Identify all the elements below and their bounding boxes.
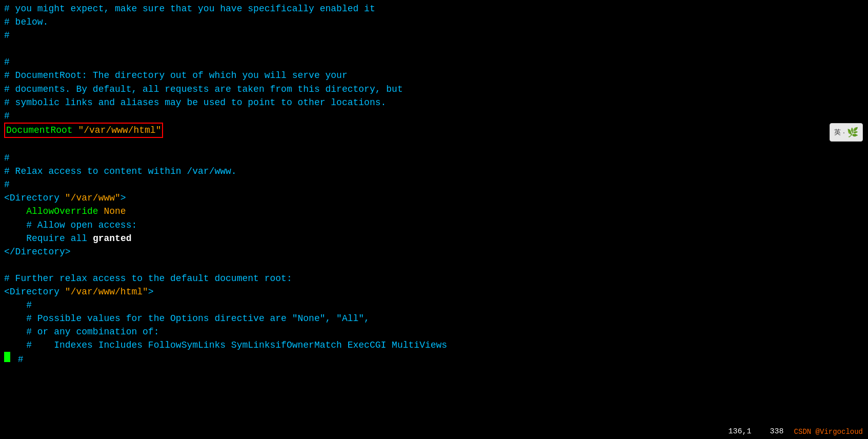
line-27: # [4, 352, 837, 366]
documentroot-value: "/var/www/html" [78, 125, 161, 135]
line-22: <Directory "/var/www/html"> [4, 285, 837, 298]
line-4 [4, 42, 837, 55]
editor-area: # you might expect, make sure that you h… [0, 0, 841, 369]
line-20 [4, 258, 837, 272]
line-25: # or any combination of: [4, 325, 837, 338]
lang-indicator: 英 [834, 128, 841, 137]
line-17: # Allow open access: [4, 218, 837, 232]
line-count-separator [752, 426, 770, 437]
line-24: # Possible values for the Options direct… [4, 312, 837, 325]
directory-tag-open: <Directory "/var/www"> [4, 193, 126, 203]
directory-html-tag-open: <Directory "/var/www/html"> [4, 287, 154, 297]
line-5: # [4, 55, 837, 69]
granted-value: granted [93, 233, 132, 244]
csdn-label: CSDN @Virgocloud [794, 427, 863, 437]
line-10: DocumentRoot "/var/www/html" [4, 123, 837, 138]
line-8: # symbolic links and aliases may be used… [4, 96, 837, 109]
line-9: # [4, 109, 837, 123]
line-16: AllowOverride None [4, 205, 837, 218]
line-21: # Further relax access to the default do… [4, 272, 837, 285]
require-keyword: Require [26, 233, 65, 244]
line-2: # below. [4, 15, 837, 29]
all-keyword: all [71, 233, 87, 244]
line-3: # [4, 29, 837, 42]
line-14: # [4, 178, 837, 191]
line-27-comment: # [12, 354, 24, 365]
cursor-position: 136,1 [729, 426, 752, 437]
status-bar: 136,1 338 CSDN @Virgocloud [0, 425, 868, 439]
allowoverride-keyword: AllowOverride [26, 206, 98, 216]
line-12: # [4, 151, 837, 165]
line-15: <Directory "/var/www"> [4, 191, 837, 205]
line-count: 338 [770, 426, 784, 437]
line-26: # Indexes Includes FollowSymLinks SymLin… [4, 338, 837, 352]
line-13: # Relax access to content within /var/ww… [4, 165, 837, 178]
line-11 [4, 138, 837, 151]
line-1: # you might expect, make sure that you h… [4, 2, 837, 15]
documentroot-keyword: DocumentRoot [6, 125, 73, 135]
leaf-icon: 🌿 [847, 126, 858, 139]
line-18: Require all granted [4, 232, 837, 245]
directory-tag-close: </Directory> [4, 247, 71, 257]
document-root-highlighted: DocumentRoot "/var/www/html" [4, 123, 163, 138]
widget-separator: · [843, 127, 845, 137]
floating-widget[interactable]: 英 · 🌿 [830, 123, 863, 142]
line-7: # documents. By default, all requests ar… [4, 83, 837, 96]
line-23: # [4, 298, 837, 312]
cursor [4, 352, 10, 362]
allowoverride-value: None [104, 206, 126, 216]
line-6: # DocumentRoot: The directory out of whi… [4, 69, 837, 82]
line-19: </Directory> [4, 245, 837, 258]
